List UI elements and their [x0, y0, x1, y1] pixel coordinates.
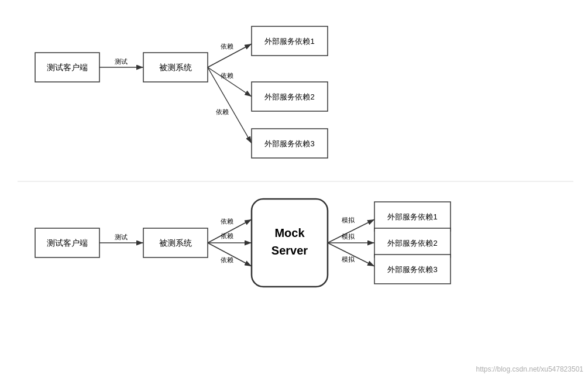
bot-mock-label3: 模拟: [342, 256, 355, 263]
bot-dep3-text: 外部服务依赖3: [387, 265, 437, 274]
bot-test-label: 测试: [115, 233, 128, 240]
bot-dep2-label: 依赖: [221, 232, 233, 239]
top-dep2-text: 外部服务依赖2: [264, 92, 314, 101]
diagram-canvas: 测试客户端 测试 被测系统 依赖 依赖 依赖 外部服务依赖1 外部服务依赖2 外…: [0, 0, 588, 378]
top-dep3-label: 依赖: [216, 108, 229, 115]
bot-dep2-text: 外部服务依赖2: [387, 239, 437, 248]
bot-dep3-label: 依赖: [221, 256, 233, 263]
bot-dep1-text: 外部服务依赖1: [387, 212, 437, 221]
bot-out-arrow3: [328, 243, 374, 266]
mock-server-label-line2: Server: [271, 244, 308, 257]
top-dep1-text: 外部服务依赖1: [264, 37, 314, 46]
top-dep3-text: 外部服务依赖3: [264, 139, 314, 148]
bot-system-label: 被测系统: [159, 238, 192, 248]
top-dep2-label: 依赖: [221, 72, 233, 79]
bot-mock-label1: 模拟: [342, 217, 355, 224]
mock-server-label-line1: Mock: [274, 226, 305, 239]
mock-server-box: [252, 199, 328, 287]
bot-dep1-label: 依赖: [221, 218, 233, 225]
top-system-label: 被测系统: [159, 63, 192, 72]
top-test-label: 测试: [115, 58, 128, 65]
top-client-label: 测试客户端: [47, 63, 88, 72]
watermark: https://blog.csdn.net/xu547823501: [476, 365, 583, 373]
bot-mock-label2: 模拟: [342, 233, 355, 240]
top-dep1-label: 依赖: [221, 43, 233, 50]
bot-client-label: 测试客户端: [47, 238, 88, 248]
